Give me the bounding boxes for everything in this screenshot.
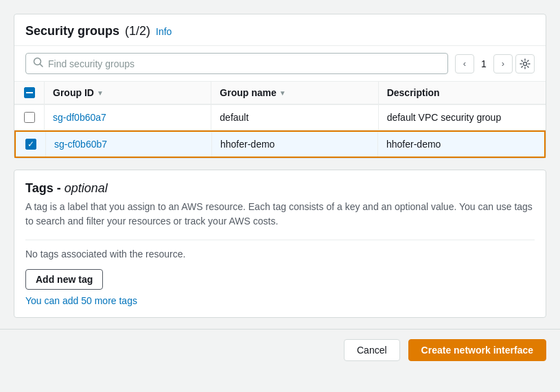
search-input[interactable] xyxy=(48,58,441,69)
table-row-selected: sg-cf0b60b7 hhofer-demo hhofer-demo xyxy=(14,130,546,158)
header-checkbox-indeterminate[interactable] xyxy=(24,87,35,98)
row2-group-name: hhofer-demo xyxy=(212,132,378,157)
tags-description: A tag is a label that you assign to an A… xyxy=(25,200,535,229)
row2-group-id[interactable]: sg-cf0b60b7 xyxy=(46,132,212,157)
gear-icon xyxy=(520,58,530,69)
security-groups-table: Group ID ▼ Group name ▼ Description sg-d… xyxy=(14,82,546,158)
footer: Cancel Create network interface xyxy=(0,329,560,371)
current-page: 1 xyxy=(477,58,491,69)
search-box-container xyxy=(25,53,448,74)
section-title-text: Security groups xyxy=(25,24,119,38)
section-count: (1/2) xyxy=(125,24,150,38)
row2-checkbox-cell xyxy=(16,132,46,157)
row1-checkbox[interactable] xyxy=(24,112,35,123)
header-group-name: Group name ▼ xyxy=(211,82,378,104)
header-description: Description xyxy=(379,82,546,104)
main-container: Security groups (1/2) Info ‹ 1 xyxy=(0,0,560,318)
row1-group-id[interactable]: sg-df0b60a7 xyxy=(45,105,211,130)
pagination-controls: ‹ 1 › xyxy=(455,54,535,73)
cancel-button[interactable]: Cancel xyxy=(344,339,400,361)
create-network-interface-button[interactable]: Create network interface xyxy=(408,339,546,361)
table-header-row: Group ID ▼ Group name ▼ Description xyxy=(14,82,546,105)
tags-title: Tags - optional xyxy=(25,181,535,196)
row1-group-name: default xyxy=(211,105,378,130)
tags-section: Tags - optional A tag is a label that yo… xyxy=(14,170,546,318)
row2-description: hhofer-demo xyxy=(378,132,544,157)
header-checkbox-cell xyxy=(14,82,45,104)
section-title: Security groups (1/2) Info xyxy=(25,24,535,38)
sort-icon-group-id: ▼ xyxy=(97,89,104,97)
chevron-right-icon: › xyxy=(502,58,504,69)
search-icon xyxy=(33,57,44,70)
row1-checkbox-cell xyxy=(14,105,45,130)
svg-point-1 xyxy=(524,62,527,65)
section-header: Security groups (1/2) Info xyxy=(14,14,546,46)
next-page-button[interactable]: › xyxy=(493,54,513,73)
info-link[interactable]: Info xyxy=(156,26,172,37)
security-groups-card: Security groups (1/2) Info ‹ 1 xyxy=(14,14,546,159)
prev-page-button[interactable]: ‹ xyxy=(455,54,474,73)
no-tags-text: No tags associated with the resource. xyxy=(25,249,535,260)
add-tag-button[interactable]: Add new tag xyxy=(25,269,103,290)
chevron-left-icon: ‹ xyxy=(463,58,466,69)
sort-icon-group-name: ▼ xyxy=(279,89,286,97)
row1-description: default VPC security group xyxy=(379,105,546,130)
search-row: ‹ 1 › xyxy=(14,46,546,82)
settings-button[interactable] xyxy=(515,54,535,73)
table-row: sg-df0b60a7 default default VPC security… xyxy=(14,105,546,130)
tags-divider xyxy=(25,240,535,240)
row2-checkbox-checked[interactable] xyxy=(25,139,36,150)
tags-more-text: You can add 50 more tags xyxy=(25,295,535,306)
header-group-id: Group ID ▼ xyxy=(45,82,211,104)
